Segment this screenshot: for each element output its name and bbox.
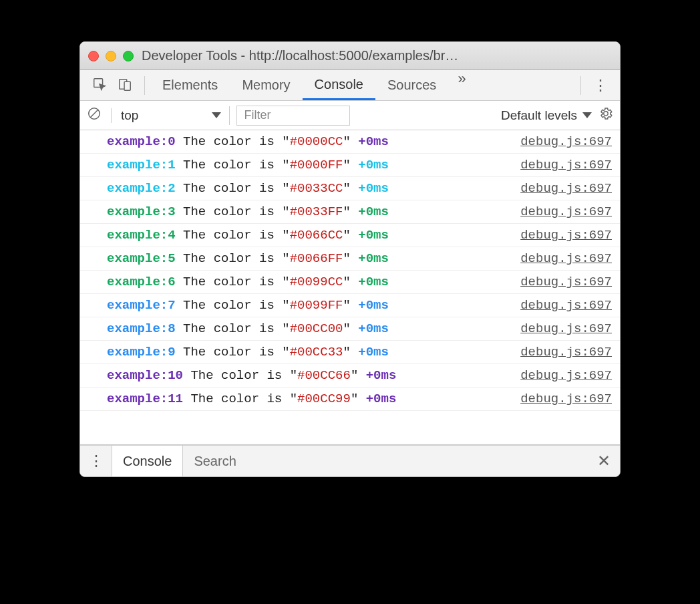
- gear-icon[interactable]: [598, 106, 613, 125]
- close-icon[interactable]: ✕: [588, 446, 620, 476]
- separator: [144, 76, 145, 95]
- log-message: The color is ": [176, 204, 290, 219]
- console-output[interactable]: example:0 The color is "#0000CC" +0msdeb…: [80, 130, 620, 444]
- log-row: example:7 The color is "#0099FF" +0msdeb…: [80, 294, 620, 317]
- log-row: example:5 The color is "#0066FF" +0msdeb…: [80, 247, 620, 271]
- log-hex-value: #0099FF: [290, 298, 343, 313]
- log-row: example:1 The color is "#0000FF" +0msdeb…: [80, 154, 620, 177]
- tab-elements[interactable]: Elements: [150, 70, 230, 100]
- log-hex-value: #0066CC: [290, 228, 343, 243]
- log-message: The color is ": [176, 345, 290, 359]
- log-namespace: example:8: [107, 321, 176, 336]
- traffic-lights: [88, 51, 134, 61]
- log-timing: +0ms: [358, 321, 389, 336]
- log-row: example:9 The color is "#00CC33" +0msdeb…: [80, 341, 620, 364]
- tab-memory[interactable]: Memory: [230, 70, 302, 100]
- panel-tabs: Elements Memory Console Sources »: [150, 70, 575, 100]
- devtools-window: Developer Tools - http://localhost:5000/…: [79, 41, 621, 477]
- log-row: example:10 The color is "#00CC66" +0msde…: [80, 364, 620, 388]
- source-link[interactable]: debug.js:697: [520, 228, 612, 243]
- log-namespace: example:10: [107, 368, 183, 383]
- log-message: The color is ": [176, 275, 290, 289]
- svg-line-4: [91, 110, 98, 117]
- chevron-down-icon: [582, 112, 592, 118]
- log-timing: +0ms: [358, 298, 389, 313]
- log-hex-value: #0099CC: [290, 275, 343, 289]
- context-label: top: [121, 108, 138, 123]
- log-namespace: example:11: [107, 392, 183, 406]
- log-levels-selector[interactable]: Default levels: [501, 108, 592, 123]
- log-row: example:2 The color is "#0033CC" +0msdeb…: [80, 177, 620, 200]
- drawer-menu-button[interactable]: ⋮: [80, 446, 112, 476]
- separator: [111, 108, 112, 123]
- zoom-window-button[interactable]: [123, 51, 134, 61]
- log-message: The color is ": [176, 158, 290, 172]
- settings-menu-button[interactable]: ⋮: [586, 77, 615, 94]
- drawer-tab-search[interactable]: Search: [183, 446, 246, 476]
- drawer: ⋮ Console Search ✕: [80, 444, 620, 476]
- source-link[interactable]: debug.js:697: [520, 134, 612, 149]
- device-toolbar-icon[interactable]: [118, 77, 132, 94]
- log-namespace: example:1: [107, 158, 176, 172]
- separator: [580, 76, 581, 95]
- log-hex-value: #0066FF: [290, 251, 343, 266]
- log-hex-value: #00CC66: [297, 368, 351, 383]
- log-timing: +0ms: [358, 181, 389, 196]
- log-timing: +0ms: [358, 251, 389, 266]
- log-timing: +0ms: [358, 158, 389, 172]
- log-timing: +0ms: [358, 275, 389, 289]
- tab-sources[interactable]: Sources: [375, 70, 448, 100]
- source-link[interactable]: debug.js:697: [520, 298, 612, 313]
- log-timing: +0ms: [358, 134, 389, 149]
- log-message: The color is ": [176, 251, 290, 266]
- console-toolbar: top Default levels: [80, 101, 620, 130]
- source-link[interactable]: debug.js:697: [520, 204, 612, 219]
- source-link[interactable]: debug.js:697: [520, 181, 612, 196]
- source-link[interactable]: debug.js:697: [520, 275, 612, 289]
- log-message: The color is ": [176, 321, 290, 336]
- log-message: The color is ": [176, 298, 290, 313]
- titlebar: Developer Tools - http://localhost:5000/…: [80, 42, 620, 70]
- log-row: example:3 The color is "#0033FF" +0msdeb…: [80, 200, 620, 224]
- levels-label: Default levels: [501, 108, 577, 123]
- log-hex-value: #0000FF: [290, 158, 343, 172]
- log-timing: +0ms: [366, 392, 397, 406]
- drawer-tab-console[interactable]: Console: [112, 446, 183, 476]
- log-namespace: example:6: [107, 275, 176, 289]
- svg-rect-2: [124, 82, 130, 90]
- log-hex-value: #0000CC: [290, 134, 343, 149]
- clear-console-icon[interactable]: [87, 106, 102, 125]
- log-hex-value: #00CC99: [297, 392, 351, 406]
- source-link[interactable]: debug.js:697: [520, 321, 612, 336]
- log-hex-value: #0033FF: [290, 204, 343, 219]
- source-link[interactable]: debug.js:697: [520, 345, 612, 359]
- log-namespace: example:3: [107, 204, 176, 219]
- context-selector[interactable]: top: [121, 106, 230, 125]
- minimize-window-button[interactable]: [106, 51, 116, 61]
- log-row: example:0 The color is "#0000CC" +0msdeb…: [80, 130, 620, 154]
- log-row: example:4 The color is "#0066CC" +0msdeb…: [80, 224, 620, 247]
- filter-input[interactable]: [236, 106, 350, 126]
- tab-console[interactable]: Console: [303, 70, 375, 100]
- log-message: The color is ": [176, 228, 290, 243]
- source-link[interactable]: debug.js:697: [520, 392, 612, 406]
- inspect-tools: [85, 77, 139, 94]
- log-row: example:8 The color is "#00CC00" +0msdeb…: [80, 317, 620, 341]
- log-namespace: example:0: [107, 134, 176, 149]
- log-namespace: example:4: [107, 228, 176, 243]
- chevron-down-icon: [212, 112, 221, 118]
- main-tabbar: Elements Memory Console Sources » ⋮: [80, 70, 620, 101]
- log-row: example:11 The color is "#00CC99" +0msde…: [80, 388, 620, 411]
- log-namespace: example:9: [107, 345, 176, 359]
- window-title: Developer Tools - http://localhost:5000/…: [142, 48, 458, 63]
- inspect-element-icon[interactable]: [92, 77, 107, 94]
- source-link[interactable]: debug.js:697: [520, 368, 612, 383]
- close-window-button[interactable]: [88, 51, 99, 61]
- tabs-overflow-button[interactable]: »: [448, 70, 475, 100]
- log-message: The color is ": [183, 392, 297, 406]
- log-hex-value: #00CC00: [290, 321, 343, 336]
- log-row: example:6 The color is "#0099CC" +0msdeb…: [80, 271, 620, 294]
- source-link[interactable]: debug.js:697: [520, 251, 612, 266]
- log-timing: +0ms: [366, 368, 397, 383]
- source-link[interactable]: debug.js:697: [520, 158, 612, 172]
